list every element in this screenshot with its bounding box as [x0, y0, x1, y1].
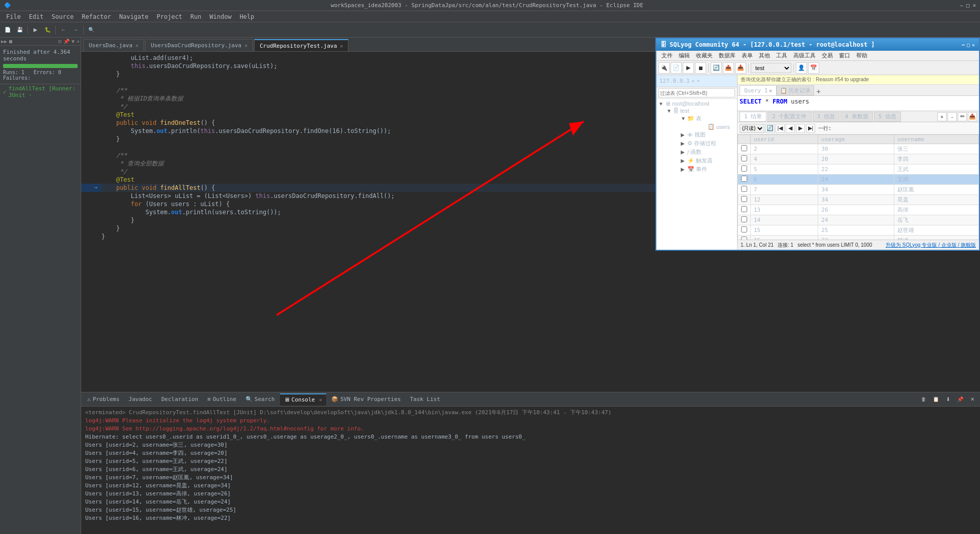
minimize-btn[interactable]: —: [960, 2, 963, 9]
new-btn[interactable]: 📄: [2, 24, 13, 36]
sqlyog-users-btn[interactable]: 👤: [796, 62, 807, 74]
upgrade-link[interactable]: 升级为 SQLyog 专业版 / 企业版 / 旗舰版: [886, 242, 976, 249]
new-conn-btn[interactable]: +: [697, 78, 700, 84]
result-export-btn[interactable]: 📤: [968, 112, 977, 121]
tree-item-events[interactable]: ▶ 📅 事件: [680, 165, 736, 174]
row-checkbox[interactable]: [738, 185, 751, 195]
menu-window[interactable]: Window: [205, 13, 235, 20]
console-close-btn[interactable]: ✕: [967, 394, 978, 405]
tree-item-root[interactable]: ▼ 🖥 root@localhost: [657, 100, 736, 107]
result-action-btn-3[interactable]: ✏: [958, 112, 967, 121]
tree-item-views[interactable]: ▶ 👁 视图: [680, 130, 736, 139]
test-result-item[interactable]: ✓ findAllTest [Runner: JUnit ·: [0, 84, 81, 99]
tab-declaration[interactable]: Declaration: [157, 393, 202, 406]
tree-item-triggers[interactable]: ▶ ⚡ 触发器: [680, 156, 736, 165]
sqlyog-menu-help[interactable]: 帮助: [853, 52, 870, 59]
debug-btn[interactable]: 🐛: [42, 24, 53, 36]
sqlyog-new-btn[interactable]: 📄: [671, 62, 682, 74]
sqlyog-stop-btn[interactable]: ⏹: [695, 62, 706, 74]
back-btn[interactable]: ←: [58, 24, 69, 36]
sqlyog-query-area[interactable]: SELECT * FROM users: [738, 96, 979, 111]
sqlyog-result-tab-2[interactable]: 2 个配置文件: [767, 112, 811, 122]
row-checkbox[interactable]: [738, 215, 751, 225]
sqlyog-menu-favorites[interactable]: 收藏夹: [693, 52, 716, 59]
menu-refactor[interactable]: Refactor: [78, 13, 115, 20]
menu-source[interactable]: Source: [48, 13, 78, 20]
row-checkbox[interactable]: [738, 164, 751, 175]
row-checkbox[interactable]: [738, 144, 751, 154]
sqlyog-result-tab-4[interactable]: 4 表数据: [841, 112, 873, 122]
tab-crudrepotest[interactable]: CrudRepositoryTest.java ✕: [254, 39, 348, 51]
sqlyog-menu-db[interactable]: 数据库: [716, 52, 739, 59]
tab-close-2[interactable]: ✕: [340, 43, 343, 49]
console-pin-btn[interactable]: 📌: [955, 394, 966, 405]
tab-svn[interactable]: 📦 SVN Rev Properties: [327, 393, 405, 406]
menu-edit[interactable]: Edit: [25, 13, 48, 20]
tab-javadoc[interactable]: Javadoc: [125, 393, 156, 406]
sqlyog-query-tab-1[interactable]: Query 1 ✕: [740, 85, 777, 95]
close-btn[interactable]: ✕: [972, 2, 976, 9]
save-btn[interactable]: 💾: [14, 24, 25, 36]
sqlyog-result-tab-1[interactable]: 1 结果: [740, 112, 766, 122]
row-checkbox[interactable]: [738, 195, 751, 205]
sqlyog-run-btn[interactable]: ▶: [683, 62, 694, 74]
sqlyog-restore[interactable]: □: [967, 42, 970, 48]
first-row-btn[interactable]: |◀: [776, 124, 785, 133]
sqlyog-query-tab-history[interactable]: 📋 历史记录: [777, 85, 814, 95]
sqlyog-refresh-btn[interactable]: 🔄: [711, 62, 722, 74]
sqlyog-menu-edit[interactable]: 编辑: [676, 52, 693, 59]
refresh-result-btn[interactable]: 🔄: [765, 124, 775, 133]
row-checkbox[interactable]: [738, 205, 751, 215]
sqlyog-menu-tx[interactable]: 交易: [819, 52, 836, 59]
sqlyog-schedule-btn[interactable]: 📅: [808, 62, 819, 74]
sqlyog-menu-adv[interactable]: 高级工具: [790, 52, 819, 59]
menu-help[interactable]: Help: [235, 13, 258, 20]
tree-item-users[interactable]: 📋 users: [700, 123, 736, 130]
sqlyog-export-btn[interactable]: 📤: [723, 62, 734, 74]
menu-file[interactable]: File: [2, 13, 25, 20]
tree-item-functions[interactable]: ▶ 𝑓 函数: [680, 148, 736, 156]
sqlyog-minimize[interactable]: —: [962, 42, 965, 48]
tab-close-0[interactable]: ✕: [135, 43, 138, 48]
row-checkbox[interactable]: [738, 154, 751, 164]
tab-search[interactable]: 🔍 Search: [241, 393, 279, 406]
sqlyog-result-tab-3[interactable]: 3 信息: [813, 112, 839, 122]
junit-close[interactable]: ✕: [77, 39, 80, 44]
tab-close-1[interactable]: ✕: [244, 43, 248, 48]
sqlyog-result-table-container[interactable]: userid userage username 2 30 张三 4 20 李四 …: [738, 135, 979, 240]
search-btn[interactable]: 🔍: [86, 24, 97, 36]
add-query-tab-btn[interactable]: +: [814, 87, 822, 95]
console-close[interactable]: ✕: [319, 397, 322, 403]
next-row-btn[interactable]: ▶: [796, 124, 805, 133]
sqlyog-menu-window[interactable]: 窗口: [836, 52, 853, 59]
result-action-btn-1[interactable]: +: [937, 112, 947, 121]
tab-outline[interactable]: ≡ Outline: [203, 393, 240, 406]
forward-btn[interactable]: →: [70, 24, 81, 36]
console-scroll-end-btn[interactable]: ⬇: [942, 394, 954, 405]
maximize-btn[interactable]: □: [966, 2, 970, 9]
tab-problems[interactable]: ⚠ Problems: [83, 393, 124, 406]
junit-collapse[interactable]: ⊟: [58, 39, 61, 44]
sqlyog-result-tab-5[interactable]: 5 信息: [874, 112, 901, 122]
junit-menu[interactable]: ▼: [72, 39, 75, 44]
result-action-btn-2[interactable]: -: [948, 112, 957, 121]
read-mode-select[interactable]: (只读): [740, 124, 764, 133]
sqlyog-close[interactable]: ✕: [972, 42, 975, 48]
tab-console[interactable]: 🖥 Console ✕: [280, 393, 326, 406]
row-checkbox[interactable]: [738, 175, 751, 185]
console-copy-btn[interactable]: 📋: [930, 394, 941, 405]
sqlyog-db-select[interactable]: test: [751, 63, 791, 73]
junit-stop[interactable]: ■: [9, 39, 12, 44]
junit-pin[interactable]: 📌: [63, 39, 69, 44]
row-checkbox[interactable]: [738, 225, 751, 236]
sqlyog-connect-btn[interactable]: 🔌: [658, 62, 670, 74]
tree-item-test-db[interactable]: ▼ 🗄 test: [666, 107, 736, 114]
sqlyog-menu-file[interactable]: 文件: [658, 52, 676, 59]
sqlyog-menu-other[interactable]: 其他: [756, 52, 773, 59]
sqlyog-import-btn[interactable]: 📥: [735, 62, 746, 74]
tree-item-tables[interactable]: ▼ 📁 表: [680, 114, 736, 123]
tab-usersdao[interactable]: UsersDao.java ✕: [83, 39, 144, 51]
menu-project[interactable]: Project: [153, 13, 187, 20]
sqlyog-menu-table[interactable]: 表单: [739, 52, 756, 59]
sqlyog-menu-tools[interactable]: 工具: [773, 52, 790, 59]
